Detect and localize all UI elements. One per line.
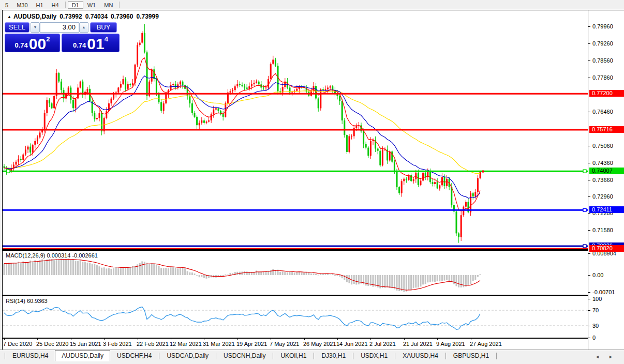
price-tick-label: 0.79960 — [592, 23, 613, 29]
tab-separator — [395, 353, 395, 359]
date-label: 14 Jun 2021 — [336, 341, 368, 347]
date-tick — [4, 338, 5, 340]
sell-button[interactable]: SELL — [5, 22, 29, 33]
level-price-label: 0.72411 — [589, 206, 624, 213]
tab-gbpusd-h1[interactable]: GBPUSD,H1 — [447, 350, 496, 361]
date-label: 3 Feb 2021 — [103, 341, 132, 347]
tab-usdcnh-daily[interactable]: USDCNH,Daily — [217, 350, 272, 361]
macd-tick-mark — [588, 253, 590, 254]
date-label: 25 Dec 2020 — [36, 341, 68, 347]
timeframe-button-h1[interactable]: H1 — [32, 1, 48, 9]
level-price-label: 0.70820 — [589, 245, 624, 252]
tab-separator — [5, 353, 5, 359]
date-label: 15 Jan 2021 — [70, 341, 101, 347]
rsi-tick-mark — [588, 310, 590, 311]
sell-price-superscript: 2 — [46, 35, 50, 43]
timeframe-button-h4[interactable]: H4 — [48, 1, 63, 9]
price-tick-mark — [588, 43, 590, 44]
level-edit-marker[interactable] — [583, 245, 586, 248]
one-click-trading-panel: SELL ▼ 3.00 ▲ BUY 0.74002 0.74014 — [5, 22, 122, 52]
rsi-tick-label: 0 — [592, 335, 596, 341]
tab-separator — [273, 353, 273, 359]
date-tick — [304, 338, 305, 340]
date-tick — [138, 338, 138, 340]
level-edit-marker[interactable] — [583, 170, 586, 173]
date-tick — [71, 338, 71, 340]
tab-usdcad-daily[interactable]: USDCAD,Daily — [160, 350, 215, 361]
timeframe-button-5[interactable]: 5 — [1, 1, 12, 9]
tab-xauusd-h4[interactable]: XAUUSD,H4 — [396, 350, 445, 361]
trading-terminal: 5M30H1H4D1W1MN ▲AUDUSD,Daily0.739920.740… — [0, 0, 624, 364]
date-tick — [471, 338, 471, 340]
price-tick-label: 0.77860 — [592, 74, 613, 81]
sell-price-big: 00 — [29, 36, 46, 51]
price-tick-mark — [588, 163, 590, 163]
level-price-label: 0.74007 — [589, 168, 624, 174]
date-label: 27 Aug 2021 — [470, 341, 502, 347]
volume-input[interactable]: 3.00 — [40, 22, 79, 33]
tab-scroll-left-icon[interactable]: ◄ — [595, 354, 600, 359]
chart-window: ▲AUDUSD,Daily0.739920.740340.739600.7399… — [2, 10, 624, 350]
volume-increase-button[interactable]: ▲ — [79, 22, 88, 33]
date-label: 9 Aug 2021 — [436, 341, 465, 347]
price-tick-mark — [588, 180, 590, 180]
tab-usdchf-h4[interactable]: USDCHF,H4 — [110, 350, 158, 361]
date-axis[interactable]: 7 Dec 202025 Dec 202015 Jan 20213 Feb 20… — [3, 339, 588, 350]
macd-panel[interactable] — [3, 251, 588, 295]
tab-audusd-daily[interactable]: AUDUSD,Daily — [55, 350, 110, 361]
timeframe-button-mn[interactable]: MN — [100, 1, 117, 9]
date-tick — [171, 338, 171, 340]
high-value: 0.74034 — [85, 13, 108, 20]
buy-button[interactable]: BUY — [90, 22, 117, 33]
level-price-label: 0.75716 — [589, 126, 624, 133]
rsi-panel[interactable] — [3, 296, 588, 338]
price-tick-label: 0.79260 — [592, 40, 613, 47]
tab-dj30-h1[interactable]: DJ30,H1 — [315, 350, 352, 361]
tab-separator — [159, 353, 159, 359]
date-tick — [404, 338, 405, 340]
rsi-tick-label: 100 — [592, 296, 602, 302]
tab-separator — [445, 353, 446, 359]
tab-separator — [496, 353, 497, 359]
tab-separator — [216, 353, 216, 359]
timeframe-button-m30[interactable]: M30 — [12, 1, 32, 9]
tab-eurusd-h4[interactable]: EURUSD,H4 — [6, 350, 55, 361]
date-tick — [204, 338, 204, 340]
buy-price-big: 01 — [87, 36, 104, 51]
horizontal-level-lines — [3, 94, 588, 249]
price-tick-mark — [588, 146, 590, 146]
date-label: 7 May 2021 — [270, 341, 299, 347]
rsi-tick-mark — [588, 326, 590, 326]
date-tick — [271, 338, 271, 340]
date-tick — [370, 338, 371, 340]
macd-histogram — [4, 259, 481, 292]
timeframe-button-d1[interactable]: D1 — [68, 1, 83, 9]
timeframe-button-w1[interactable]: W1 — [83, 1, 100, 9]
tab-scroll-right-icon[interactable]: ► — [608, 354, 613, 359]
toolbar-separator — [119, 2, 120, 8]
macd-tick-mark — [588, 292, 590, 293]
date-tick — [437, 338, 438, 340]
tab-usdx-h1[interactable]: USDX,H1 — [354, 350, 394, 361]
buy-price-display[interactable]: 0.74014 — [62, 34, 120, 52]
price-axis[interactable]: 0.799600.792600.785600.778600.764600.750… — [588, 10, 624, 350]
symbol-period-label: AUDUSD,Daily — [13, 13, 56, 20]
volume-decrease-button[interactable]: ▼ — [31, 22, 40, 33]
sell-price-display[interactable]: 0.74002 — [5, 34, 60, 52]
date-label: 2 Jul 2021 — [369, 341, 396, 347]
price-tick-mark — [588, 213, 590, 214]
down-arrow-icon: ▼ — [34, 25, 37, 29]
close-value: 0.73999 — [136, 13, 158, 20]
price-tick-mark — [588, 26, 590, 27]
price-tick-label: 0.71580 — [592, 227, 613, 233]
price-tick-label: 0.75060 — [592, 143, 613, 149]
level-edit-marker[interactable] — [583, 208, 586, 211]
date-tick — [237, 338, 238, 340]
date-label: 21 Jul 2021 — [403, 341, 433, 347]
collapse-triangle-icon[interactable]: ▲ — [7, 14, 11, 19]
buy-price-superscript: 4 — [105, 35, 108, 43]
date-label: 22 Feb 2021 — [137, 341, 169, 347]
date-tick — [37, 338, 38, 340]
level-edit-marker[interactable] — [7, 170, 10, 173]
tab-ukoil-h1[interactable]: UKOil,H1 — [274, 350, 313, 361]
